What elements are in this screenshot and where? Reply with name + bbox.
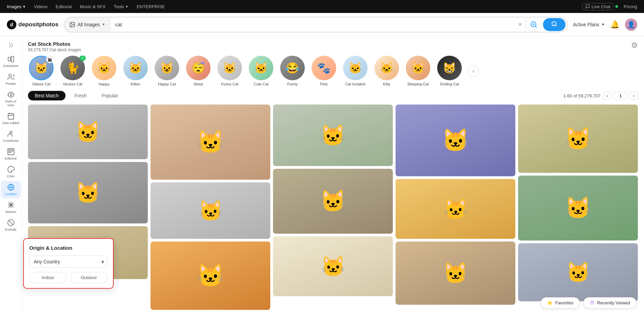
svg-rect-8 <box>8 114 14 120</box>
category-cute-cat[interactable]: 🐱 Cute Cat <box>248 56 274 86</box>
header: d depositphotos All Images ▼ × Active Pl… <box>0 13 644 36</box>
svg-point-1 <box>71 23 72 24</box>
search-type-button[interactable]: All Images ▼ <box>65 17 110 32</box>
pov-label: Point of View <box>2 99 19 107</box>
image-item[interactable]: 🐱 <box>151 105 270 180</box>
image-item[interactable]: 🐱 <box>273 105 393 166</box>
filter-fresh[interactable]: Fresh <box>68 91 93 100</box>
nav-videos[interactable]: Videos <box>34 4 48 9</box>
color-icon <box>7 166 15 173</box>
category-happy[interactable]: 🐱 Happy <box>91 56 117 86</box>
category-label: Happy Cat <box>158 82 176 86</box>
image-item[interactable]: 🐱 <box>151 242 270 310</box>
settings-button[interactable]: ⚙ <box>631 41 638 50</box>
nav-editorial[interactable]: Editorial <box>56 4 72 9</box>
date-label: Date Added <box>2 121 19 125</box>
sidebar-item-editorial[interactable]: Editorial <box>1 146 21 163</box>
notifications-button[interactable]: 🔔 <box>610 20 619 29</box>
nav-images[interactable]: Images ▼ <box>7 4 26 9</box>
sidebar-expand-toggle[interactable]: ⟩⟩ <box>7 40 15 50</box>
image-item[interactable]: 🐱 <box>28 105 148 159</box>
sidebar-item-date[interactable]: Date Added <box>1 110 21 127</box>
sidebar-item-orientation[interactable]: Orientation <box>1 53 21 70</box>
category-smiling-cat[interactable]: 😸 Smiling Cat <box>436 56 463 86</box>
exclude-icon <box>7 219 15 226</box>
header-actions: Active Plans ▼ 🔔 👤 <box>573 18 637 31</box>
category-kitty[interactable]: 🐱 Kitty <box>373 56 400 86</box>
nav-tools[interactable]: Tools ▼ <box>114 4 128 9</box>
search-input[interactable] <box>110 22 515 27</box>
svg-point-7 <box>10 94 12 96</box>
sidebar-item-location[interactable]: Location <box>1 181 21 198</box>
outdoor-button[interactable]: Outdoor <box>70 272 108 283</box>
svg-point-3 <box>552 22 556 26</box>
category-videos-cat[interactable]: 🐱 🎬 Videos Cat <box>28 56 55 86</box>
image-item[interactable]: 🐱 <box>518 176 638 241</box>
nav-enterprise[interactable]: ENTERPRISE <box>137 4 165 9</box>
category-funny[interactable]: 😂 Funny <box>279 56 306 86</box>
people-icon <box>7 73 15 81</box>
category-sleep[interactable]: 😴 Sleep <box>185 56 212 86</box>
category-vectors-cat[interactable]: 🐈 V Vectors Cat <box>59 56 86 86</box>
image-item[interactable]: 🐱 <box>28 162 148 223</box>
svg-rect-5 <box>11 56 13 62</box>
season-label: Season <box>5 210 16 214</box>
category-funny-cat[interactable]: 🐱 Funny Cat <box>216 56 243 86</box>
category-circle: 🐱 🎬 <box>29 56 54 80</box>
pagination-page-input[interactable] <box>614 92 627 100</box>
category-label: Sleeping Cat <box>407 82 429 86</box>
location-icon <box>7 183 15 191</box>
favorites-badge[interactable]: ⭐ Favorites <box>541 297 580 308</box>
editorial-icon <box>7 148 15 155</box>
logo[interactable]: d depositphotos <box>7 20 58 29</box>
category-cat-isolated[interactable]: 🐱 Cat Isolated <box>342 56 369 86</box>
recently-viewed-badge[interactable]: ⏱ Recently Viewed <box>583 297 636 308</box>
active-plans-button[interactable]: Active Plans ▼ <box>573 22 605 27</box>
sidebar-item-exclude[interactable]: Exclude <box>1 217 21 234</box>
pricing-btn[interactable]: Pricing <box>624 4 637 9</box>
sidebar-item-contributor[interactable]: Contributor <box>1 128 21 145</box>
country-select[interactable]: Any Country United States United Kingdom… <box>29 256 108 268</box>
clear-search-button[interactable]: × <box>515 17 526 32</box>
category-label: Funny Cat <box>221 82 239 86</box>
filter-row: Best Match Fresh Popular 1-60 of 59,279,… <box>28 91 638 100</box>
image-item[interactable]: 🐱 <box>151 182 270 239</box>
category-kitten[interactable]: 🐱 Kitten <box>122 56 149 86</box>
image-item[interactable]: 🐱 <box>518 243 638 301</box>
origin-location-popup: Origin & Location Any Country United Sta… <box>23 238 114 289</box>
sidebar-item-color[interactable]: Color <box>1 163 21 180</box>
avatar[interactable]: 👤 <box>625 18 637 31</box>
nav-music[interactable]: Music & SFX <box>80 4 105 9</box>
category-pets[interactable]: 🐾 Pets <box>311 56 337 86</box>
image-item[interactable]: 🐱 <box>518 105 638 173</box>
category-sleeping-cat[interactable]: 🐱 Sleeping Cat <box>405 56 431 86</box>
season-icon <box>7 201 15 209</box>
filter-popular[interactable]: Popular <box>96 91 124 100</box>
live-chat-dot <box>615 5 618 8</box>
search-button[interactable] <box>543 18 566 31</box>
visual-search-icon[interactable] <box>526 17 542 32</box>
svg-rect-4 <box>8 57 10 61</box>
live-chat-btn[interactable]: Live Chat <box>582 3 618 10</box>
filter-best-match[interactable]: Best Match <box>28 91 66 100</box>
image-item[interactable]: 🐱 <box>273 169 393 234</box>
recently-viewed-icon: ⏱ <box>590 300 594 305</box>
category-happy-cat[interactable]: 😺 Happy Cat <box>154 56 180 86</box>
category-circle: 😂 <box>280 56 305 80</box>
pagination-prev[interactable]: ‹ <box>603 92 611 100</box>
content-area: Cat Stock Photos 59,279,707 Cat stock im… <box>22 36 644 316</box>
categories-next-button[interactable]: › <box>468 65 479 77</box>
image-item[interactable]: 🐱 <box>396 105 515 176</box>
category-label: Smiling Cat <box>440 82 459 86</box>
indoor-button[interactable]: Indoor <box>29 272 67 283</box>
category-circle: 🐱 <box>249 56 273 80</box>
image-item[interactable]: 🐱 <box>396 242 515 305</box>
image-grid: 🐱 🐱 🐱 🐱 🐱 🐱 🐱 🐱 🐱 🐱 🐱 🐱 🐱 🐱 🐱 <box>28 105 638 310</box>
sidebar-item-people[interactable]: People <box>1 71 21 88</box>
sidebar-item-season[interactable]: Season <box>1 199 21 216</box>
pagination-next[interactable]: › <box>630 92 638 100</box>
favorites-label: Favorites <box>555 300 573 305</box>
sidebar-item-pov[interactable]: Point of View <box>1 88 21 109</box>
image-item[interactable]: 🐱 <box>396 179 515 239</box>
image-item[interactable]: 🐱 <box>273 236 393 296</box>
